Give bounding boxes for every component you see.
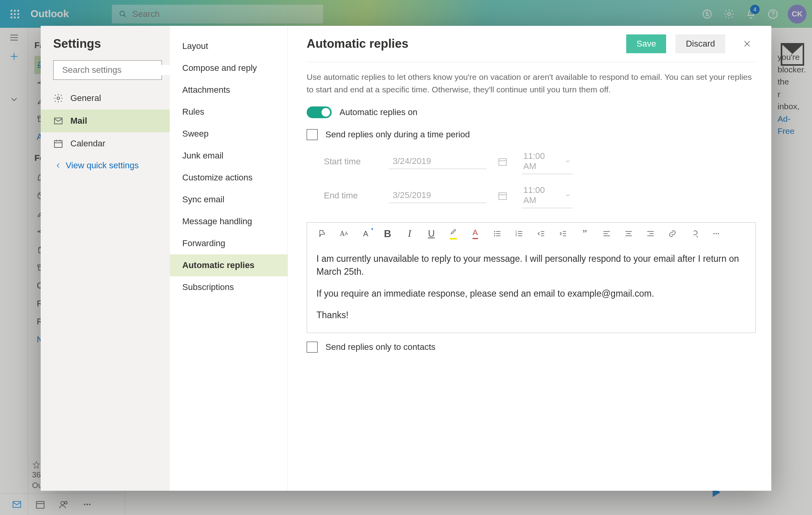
- contacts-only-checkbox[interactable]: [307, 342, 318, 353]
- subnav-sweep[interactable]: Sweep: [170, 123, 287, 145]
- reply-paragraph-1: I am currently unavailable to reply to y…: [316, 252, 746, 279]
- reply-paragraph-2: If you require an immediate response, pl…: [316, 287, 746, 300]
- subnav-layout[interactable]: Layout: [170, 35, 287, 57]
- format-painter-icon[interactable]: [316, 228, 327, 239]
- editor-body[interactable]: I am currently unavailable to reply to y…: [307, 245, 755, 333]
- settings-search-input[interactable]: [62, 65, 170, 75]
- svg-point-48: [494, 233, 495, 234]
- insert-link-icon[interactable]: [667, 228, 678, 239]
- subnav-rules[interactable]: Rules: [170, 101, 287, 123]
- font-size-icon[interactable]: A▾: [360, 228, 371, 239]
- svg-point-74: [713, 233, 715, 234]
- auto-replies-toggle-label: Automatic replies on: [340, 107, 417, 117]
- svg-point-34: [57, 97, 60, 100]
- discard-button[interactable]: Discard: [675, 34, 725, 53]
- reply-paragraph-3: Thanks!: [316, 309, 746, 322]
- svg-point-75: [716, 233, 717, 234]
- end-time-select[interactable]: 11:00 AM: [522, 183, 573, 208]
- settings-left-panel: Settings General Mail Calendar View quic…: [41, 26, 170, 491]
- settings-search[interactable]: [53, 60, 162, 80]
- outdent-icon[interactable]: [535, 228, 546, 239]
- mail-icon: [53, 116, 63, 126]
- editor-toolbar: AA A▾ B I U A 123 ”: [307, 223, 755, 245]
- start-time-label: Start time: [324, 157, 375, 167]
- subnav-junk[interactable]: Junk email: [170, 145, 287, 167]
- calendar-icon[interactable]: [498, 157, 508, 167]
- close-button[interactable]: [738, 35, 756, 52]
- subnav-msg-handling[interactable]: Message handling: [170, 211, 287, 232]
- svg-point-76: [718, 233, 719, 234]
- subnav-attachments[interactable]: Attachments: [170, 79, 287, 101]
- category-mail-label: Mail: [70, 116, 87, 126]
- chevron-left-icon: [55, 162, 62, 169]
- end-date-input[interactable]: [389, 188, 487, 203]
- bold-icon[interactable]: B: [382, 228, 393, 239]
- settings-content: Automatic replies Save Discard Use autom…: [288, 26, 771, 491]
- svg-rect-44: [499, 193, 507, 199]
- highlight-icon[interactable]: [448, 228, 459, 239]
- start-time-select[interactable]: 11:00 AM: [522, 149, 573, 174]
- time-period-label: Send replies only during a time period: [325, 130, 470, 140]
- svg-point-46: [494, 231, 495, 232]
- svg-text:3: 3: [516, 234, 517, 237]
- bullet-list-icon[interactable]: [492, 228, 503, 239]
- subnav-compose[interactable]: Compose and reply: [170, 57, 287, 79]
- italic-icon[interactable]: I: [404, 228, 415, 239]
- subnav-subscriptions[interactable]: Subscriptions: [170, 276, 287, 298]
- subnav-auto-replies[interactable]: Automatic replies: [170, 254, 287, 276]
- svg-line-73: [697, 236, 698, 238]
- calendar-icon[interactable]: [498, 191, 508, 201]
- number-list-icon[interactable]: 123: [514, 228, 525, 239]
- reply-editor: AA A▾ B I U A 123 ” I am current: [307, 222, 756, 333]
- category-mail[interactable]: Mail: [41, 110, 170, 132]
- category-general-label: General: [70, 93, 101, 103]
- settings-title: Settings: [53, 37, 162, 51]
- settings-subnav: Layout Compose and reply Attachments Rul…: [170, 26, 288, 491]
- start-date-input[interactable]: [389, 154, 487, 169]
- view-quick-settings-link[interactable]: View quick settings: [53, 155, 162, 176]
- subnav-sync[interactable]: Sync email: [170, 189, 287, 211]
- subnav-customize[interactable]: Customize actions: [170, 167, 287, 189]
- quote-icon[interactable]: ”: [579, 228, 590, 239]
- indent-icon[interactable]: [557, 228, 568, 239]
- svg-rect-35: [54, 118, 62, 124]
- font-family-icon[interactable]: AA: [338, 228, 349, 239]
- underline-icon[interactable]: U: [426, 228, 437, 239]
- subnav-forwarding[interactable]: Forwarding: [170, 232, 287, 254]
- auto-replies-toggle[interactable]: [307, 106, 332, 118]
- save-button[interactable]: Save: [626, 34, 666, 53]
- font-color-icon[interactable]: A: [470, 228, 481, 239]
- content-title: Automatic replies: [307, 37, 408, 51]
- more-format-icon[interactable]: [711, 228, 722, 239]
- align-center-icon[interactable]: [623, 228, 634, 239]
- time-period-checkbox[interactable]: [307, 129, 318, 140]
- content-description: Use automatic replies to let others know…: [307, 71, 753, 95]
- align-right-icon[interactable]: [645, 228, 656, 239]
- chevron-down-icon: [565, 158, 571, 164]
- chevron-down-icon: [565, 192, 571, 198]
- svg-point-50: [494, 235, 495, 236]
- align-left-icon[interactable]: [601, 228, 612, 239]
- category-calendar[interactable]: Calendar: [41, 132, 170, 155]
- gear-icon: [53, 93, 63, 103]
- settings-modal: Settings General Mail Calendar View quic…: [41, 26, 771, 491]
- close-icon: [743, 40, 751, 48]
- svg-rect-42: [499, 158, 507, 165]
- category-general[interactable]: General: [41, 87, 170, 110]
- remove-link-icon[interactable]: [689, 228, 700, 239]
- calendar-icon: [53, 139, 63, 149]
- end-time-label: End time: [324, 191, 375, 201]
- category-calendar-label: Calendar: [70, 139, 105, 149]
- contacts-only-label: Send replies only to contacts: [325, 342, 435, 352]
- svg-rect-36: [54, 140, 62, 147]
